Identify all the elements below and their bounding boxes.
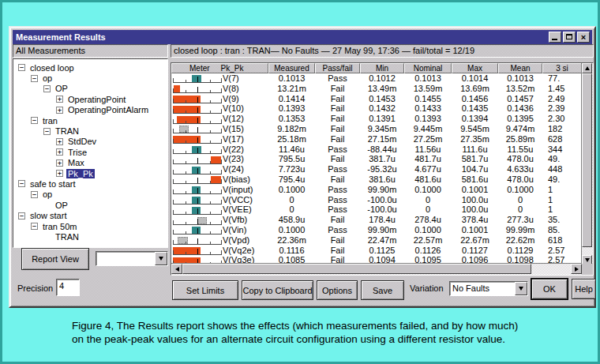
table-row[interactable]: V(bias)795.4uFail381.6u481.6u581.6u478.0… bbox=[171, 174, 582, 185]
horizontal-scrollbar[interactable] bbox=[171, 263, 582, 275]
tree-item-label: StdDev bbox=[66, 137, 98, 146]
collapse-icon[interactable]: − bbox=[18, 212, 25, 220]
options-button[interactable]: Options bbox=[317, 280, 358, 300]
cell-nominal: 4.677u bbox=[404, 164, 452, 174]
meter-gauge bbox=[173, 165, 222, 174]
column-header-max[interactable]: Max bbox=[452, 63, 498, 73]
cell-max: 27.35m bbox=[452, 134, 498, 144]
collapse-icon[interactable]: − bbox=[43, 128, 51, 135]
table-row[interactable]: V(10)0.1393Fail0.14320.14330.14350.14362… bbox=[171, 103, 582, 114]
set-limits-button[interactable]: Set Limits bbox=[172, 280, 238, 300]
cell-pass-fail: Fail bbox=[315, 103, 360, 114]
meter-tick bbox=[210, 151, 211, 153]
table-row[interactable]: V(Vq2e)0.1116Fail0.11250.11260.11270.112… bbox=[171, 246, 582, 256]
table-row[interactable]: V(17)25.18mFail27.15m27.25m27.35m25.89m6… bbox=[171, 134, 582, 144]
report-view-combo-dropdown[interactable] bbox=[155, 252, 167, 265]
report-view-button[interactable]: Report View bbox=[21, 248, 89, 270]
tree-item-trise[interactable]: +Trise bbox=[13, 147, 167, 157]
table-row[interactable]: V(8)13.21mFail13.49m13.59m13.69m13.52m1.… bbox=[171, 84, 582, 94]
ok-button[interactable]: OK bbox=[531, 279, 568, 299]
scroll-left-button[interactable] bbox=[171, 264, 182, 274]
copy-to-clipboard-button[interactable]: Copy to Clipboard bbox=[242, 280, 313, 300]
tree-item-stddev[interactable]: +StdDev bbox=[13, 137, 167, 147]
tree-item-max[interactable]: +Max bbox=[13, 158, 167, 168]
expand-icon[interactable]: + bbox=[56, 148, 63, 156]
table-row[interactable]: V(Vpd)22.36mFail22.47m22.57m22.67m22.62m… bbox=[171, 235, 582, 246]
tree-item-tran[interactable]: −TRAN bbox=[13, 126, 167, 136]
table-row[interactable]: V(12)0.1353Fail0.13910.13930.13940.13952… bbox=[171, 114, 582, 124]
table-row[interactable]: V(24)7.723uPass-95.32u4.677u104.7u4.633u… bbox=[171, 164, 582, 174]
table-row[interactable]: V(23)795.5uFail381.7u481.7u581.7u478.0u4… bbox=[171, 154, 582, 164]
tree-item-pk-pk[interactable]: +Pk_Pk bbox=[13, 168, 167, 178]
cell-max: 100.0u bbox=[452, 195, 498, 205]
collapse-icon[interactable]: − bbox=[31, 117, 38, 124]
maximize-button[interactable] bbox=[563, 32, 576, 43]
column-header-mean[interactable]: Mean bbox=[498, 63, 542, 73]
tree-item-op[interactable]: −op bbox=[13, 73, 167, 83]
collapse-icon[interactable]: − bbox=[43, 85, 51, 92]
tree-item-tran[interactable]: TRAN bbox=[13, 231, 167, 242]
column-header-3-si[interactable]: 3 si bbox=[542, 63, 582, 73]
expand-icon[interactable]: + bbox=[56, 107, 63, 114]
column-header-measured[interactable]: Measured bbox=[268, 63, 315, 73]
expand-icon[interactable]: + bbox=[56, 138, 63, 145]
collapse-icon[interactable]: − bbox=[31, 223, 38, 230]
meter-name-cell: V(12) bbox=[171, 114, 268, 124]
meter-tick bbox=[186, 191, 186, 193]
table-row[interactable]: V(input)0.1000Pass99.90m0.10000.10010.10… bbox=[171, 185, 582, 195]
cell-pass-fail: Pass bbox=[315, 144, 360, 155]
tree-item-closed-loop[interactable]: −closed loop bbox=[13, 62, 167, 73]
tree-item-slow-start[interactable]: −slow start bbox=[13, 210, 167, 220]
close-button[interactable]: × bbox=[577, 32, 590, 43]
cell-3-sigma: 2.39 bbox=[542, 103, 582, 114]
vertical-scrollbar[interactable] bbox=[581, 63, 593, 265]
table-row[interactable]: V(VEE)0Pass-100.0u0100.0u01 bbox=[171, 205, 582, 215]
tree-item-tran[interactable]: −tran bbox=[13, 115, 167, 126]
collapse-icon[interactable]: − bbox=[31, 75, 38, 82]
meter-name-cell: V(24) bbox=[171, 164, 268, 174]
signal-name: V(input) bbox=[223, 185, 253, 195]
meter-column-label: Meter bbox=[189, 64, 210, 73]
table-row[interactable]: V(Vfb)458.9uFail178.4u278.4u378.4u277.3u… bbox=[171, 215, 582, 225]
measurement-tree[interactable]: −closed loop−op−OP+OperatingPoint+Operat… bbox=[13, 58, 168, 248]
column-header-pass-fail[interactable]: Pass/fail bbox=[315, 63, 360, 73]
cell-mean: 0.1000 bbox=[498, 185, 542, 195]
meter-name-cell: V(17) bbox=[171, 134, 268, 144]
title-bar[interactable]: Measurement Results × bbox=[13, 30, 592, 44]
table-row[interactable]: V(22)11.46uPass-88.44u11.56u111.6u11.55u… bbox=[171, 144, 582, 155]
tree-item-op[interactable]: OP bbox=[13, 200, 167, 210]
help-button[interactable]: Help bbox=[572, 279, 596, 299]
collapse-icon[interactable]: − bbox=[31, 191, 38, 198]
minimize-button[interactable] bbox=[549, 32, 561, 43]
tree-item-op[interactable]: −OP bbox=[13, 84, 167, 94]
expand-icon[interactable]: + bbox=[56, 170, 63, 177]
report-view-combo[interactable] bbox=[96, 251, 168, 266]
precision-input[interactable]: 4 bbox=[56, 279, 80, 296]
table-row[interactable]: V(Vin)0.1000Pass99.90m0.10000.100199.99m… bbox=[171, 225, 582, 235]
vertical-scroll-thumb[interactable] bbox=[582, 73, 592, 247]
collapse-icon[interactable]: − bbox=[18, 180, 25, 187]
expand-icon[interactable]: + bbox=[56, 96, 63, 103]
tree-item-safe-to-start[interactable]: −safe to start bbox=[13, 178, 167, 189]
tree-item-tran-50m[interactable]: −tran 50m bbox=[13, 221, 167, 231]
expand-icon[interactable]: + bbox=[56, 159, 63, 167]
column-header-min[interactable]: Min bbox=[360, 63, 404, 73]
horizontal-scroll-thumb[interactable] bbox=[182, 264, 531, 274]
table-row[interactable]: V(15)9.182mFail9.345m9.445m9.545m9.474m1… bbox=[171, 124, 582, 134]
scroll-up-button[interactable] bbox=[582, 63, 592, 73]
collapse-icon[interactable]: − bbox=[18, 64, 25, 71]
tree-item-operatingpointalarm[interactable]: +OperatingPointAlarm bbox=[13, 105, 167, 115]
variation-combo[interactable]: No Faults bbox=[449, 281, 528, 296]
variation-combo-dropdown[interactable] bbox=[515, 282, 527, 295]
table-row[interactable]: V(9)0.1414Fail0.14530.14550.14560.14572.… bbox=[171, 94, 582, 104]
column-header-nominal[interactable]: Nominal bbox=[404, 63, 452, 73]
meter-tick bbox=[186, 121, 186, 123]
cell-nominal: 0.1000 bbox=[404, 225, 452, 235]
save-button[interactable]: Save bbox=[361, 280, 404, 300]
table-row[interactable]: V(7)0.1013Pass0.10120.10130.10140.101377… bbox=[171, 73, 582, 84]
meter-name-column-header[interactable]: Meter Pk_Pk bbox=[171, 63, 268, 73]
tree-item-operatingpoint[interactable]: +OperatingPoint bbox=[13, 94, 167, 104]
scroll-right-button[interactable] bbox=[571, 264, 582, 274]
tree-item-op[interactable]: −op bbox=[13, 190, 167, 200]
table-row[interactable]: V(VCC)0Pass-100.0u0100.0u01 bbox=[171, 195, 582, 205]
